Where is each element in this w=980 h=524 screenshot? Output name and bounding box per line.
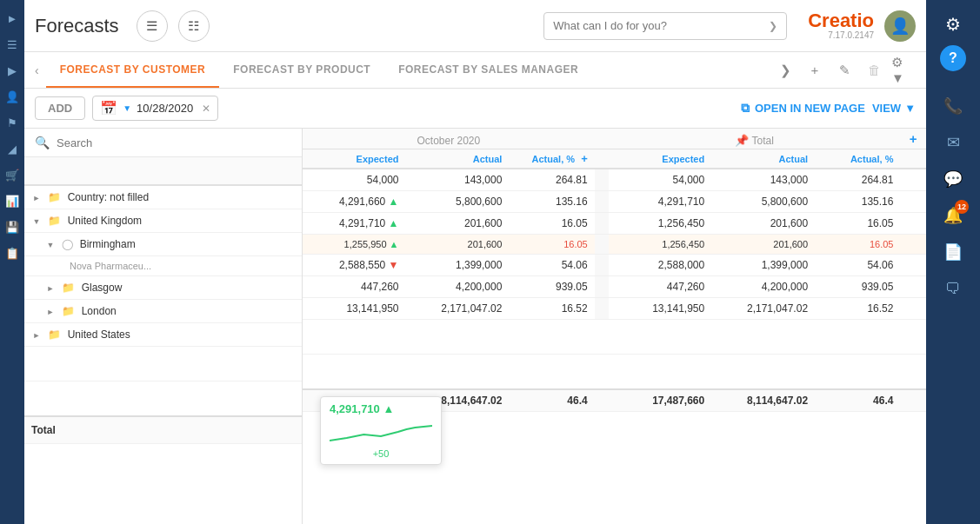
filter-icon[interactable]: ◢ [3, 139, 22, 158]
expand-icon[interactable]: ► [45, 307, 56, 317]
user-avatar[interactable]: 👤 [884, 10, 916, 42]
tab-forecast-by-product[interactable]: FORECAST BY PRODUCT [219, 52, 384, 88]
total-expected: 17,487,660 [609, 389, 712, 412]
tooltip-value: 4,291,710 ▲ [330, 402, 432, 415]
left-panel: 🔍 ► 📁 [24, 129, 303, 524]
global-search-box[interactable]: ❯ [543, 12, 787, 40]
notification-badge: 12 [955, 200, 969, 214]
bell-icon[interactable]: 🔔 12 [937, 200, 969, 231]
cell-total-actual: 2,171,047.02 [711, 298, 815, 320]
cell-oct-actual-pct: 135.16 [509, 191, 594, 213]
folder-icon: 📁 [48, 191, 61, 203]
row-label: United States [68, 328, 130, 341]
global-search-input[interactable] [553, 19, 763, 32]
search-icon: 🔍 [35, 136, 50, 149]
trend-up-icon: ▲ [389, 196, 399, 208]
tab-delete-button[interactable]: 🗑 [862, 58, 886, 83]
add-oct-col-button[interactable]: + [581, 152, 588, 165]
data-area: 🔍 ► 📁 [24, 129, 926, 524]
total-header: 📌 Total [609, 129, 901, 149]
expand-icon[interactable]: ► [45, 283, 56, 294]
tab-more-button[interactable]: ❯ [773, 58, 797, 83]
total-label: Total [24, 416, 302, 444]
cell-oct-actual: 201,600 [406, 213, 510, 235]
table-row: ► 📁 Glasgow [24, 276, 302, 300]
expand-icon[interactable]: ► [31, 330, 42, 341]
cell-oct-expected: 4,291,660 ▲ [303, 191, 406, 213]
date-close-button[interactable]: ✕ [202, 103, 210, 115]
expand-icon[interactable]: ▼ [45, 240, 56, 250]
chart-view-button[interactable]: ☷ [178, 10, 210, 42]
total-oct-actual-pct: 46.4 [509, 389, 594, 412]
chat-icon[interactable]: 💬 [937, 163, 969, 195]
add-column-button[interactable]: + [910, 131, 917, 146]
view-button[interactable]: VIEW ▼ [872, 102, 916, 115]
menu-expand-icon[interactable]: ► [3, 9, 22, 28]
main-area: Forecasts ☰ ☷ ❯ Creatio 7.17.0.2147 👤 ‹ … [24, 0, 926, 524]
phone-icon[interactable]: 📞 [937, 90, 969, 122]
flag-icon[interactable]: ⚑ [3, 113, 22, 132]
mail-icon[interactable]: ✉ [937, 127, 969, 158]
date-value: 10/28/2020 [137, 102, 193, 115]
gear-icon[interactable]: ⚙ [937, 9, 969, 40]
cell-total-expected: 2,588,000 [609, 255, 712, 276]
cell-oct-actual: 2,171,047.02 [406, 298, 510, 320]
cell-oct-expected: 447,260 [303, 276, 406, 298]
cell-total-actual-pct: 135.16 [815, 191, 900, 213]
tab-forecast-by-customer[interactable]: FORECAST BY CUSTOMER [46, 52, 220, 88]
col-oct-actual: Actual [406, 149, 510, 169]
logo-version: 7.17.0.2147 [828, 30, 874, 40]
view-chevron-icon: ▼ [904, 102, 916, 115]
row-label: London [82, 305, 117, 317]
play-icon[interactable]: ▶ [3, 61, 22, 80]
cell-oct-expected: 54,000 [303, 169, 406, 191]
list-nav-icon[interactable]: 📋 [3, 243, 22, 262]
calendar-icon: 📅 [100, 100, 117, 116]
tab-settings-button[interactable]: ⚙ ▼ [891, 58, 916, 83]
page-title: Forecasts [35, 15, 119, 37]
tooltip-increment: +50 [330, 448, 432, 459]
row-label: Birmingham [80, 238, 136, 250]
expand-icon[interactable]: ► [31, 193, 42, 203]
row-label: United Kingdom [68, 215, 142, 227]
person-icon[interactable]: 👤 [3, 87, 22, 106]
analytics-icon[interactable]: 📊 [3, 191, 22, 210]
tab-forecast-by-sales-manager[interactable]: FORECAST BY SALES MANAGER [384, 52, 592, 88]
forecast-tooltip: 4,291,710 ▲ +50 [320, 396, 442, 465]
total-actual-pct: 46.4 [815, 389, 900, 412]
cell-total-actual: 1,399,000 [711, 255, 815, 276]
tab-add-button[interactable]: + [803, 58, 827, 83]
row-label: Nova Pharmaceu... [70, 261, 151, 271]
cell-oct-actual-pct: 16.05 [509, 213, 594, 235]
tab-back-button[interactable]: ‹ [35, 63, 39, 77]
date-filter[interactable]: 📅 ▼ 10/28/2020 ✕ [92, 96, 218, 121]
trend-up-icon: ▲ [389, 217, 399, 229]
cell-total-actual: 201,600 [711, 213, 815, 235]
document-icon[interactable]: 📄 [937, 236, 969, 268]
table-row: Nova Pharmaceu... [24, 256, 302, 276]
hamburger-icon[interactable]: ☰ [3, 35, 22, 54]
search-input[interactable] [57, 136, 291, 149]
cell-oct-actual: 143,000 [406, 169, 510, 191]
folder-icon: 📁 [62, 282, 75, 294]
cell-oct-actual: 201,600 [406, 235, 510, 255]
message-icon[interactable]: 🗨 [937, 273, 969, 304]
cell-oct-actual-pct: 54.06 [509, 255, 594, 276]
total-row: Total [24, 416, 302, 444]
tab-edit-button[interactable]: ✎ [832, 58, 857, 83]
cart-icon[interactable]: 🛒 [3, 165, 22, 184]
database-icon[interactable]: 💾 [3, 217, 22, 236]
cell-oct-expected: 1,255,950 ▲ [303, 235, 406, 255]
cell-oct-actual-pct: 16.52 [509, 298, 594, 320]
add-button[interactable]: ADD [35, 96, 85, 120]
open-in-new-page-button[interactable]: ⧉ OPEN IN NEW PAGE [741, 101, 865, 116]
cell-oct-actual: 1,399,000 [406, 255, 510, 276]
cell-oct-expected: 13,141,950 [303, 298, 406, 320]
cell-oct-expected: 4,291,710 ▲ [303, 213, 406, 235]
expand-icon[interactable]: ▼ [31, 216, 42, 227]
list-view-button[interactable]: ☰ [137, 10, 168, 42]
col-total-actual: Actual [711, 149, 815, 169]
folder-icon: 📁 [62, 305, 75, 317]
cell-total-expected: 54,000 [609, 169, 712, 191]
help-icon[interactable]: ? [940, 45, 966, 71]
